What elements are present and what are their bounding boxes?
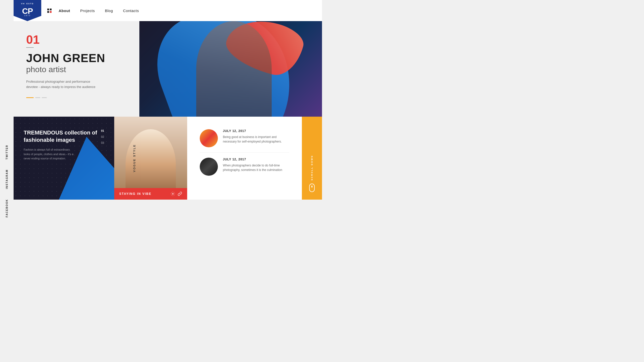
- nav-projects[interactable]: Projects: [80, 9, 95, 13]
- hero-dot-2[interactable]: [35, 97, 40, 98]
- hero-dot-1[interactable]: [26, 97, 34, 98]
- sidebar-item-twitter[interactable]: TWITTER: [6, 140, 8, 164]
- grid-dot-3: [47, 11, 49, 13]
- hero-image: [139, 21, 322, 117]
- sidebar-item-instagram[interactable]: INSTAGRAM: [6, 164, 8, 194]
- middle-card-image: VOGUE STYLE: [114, 117, 187, 200]
- caption-icons: [171, 192, 182, 196]
- hero-title: photo artist: [26, 65, 127, 74]
- hero-number: 01: [26, 34, 127, 46]
- middle-card: VOGUE STYLE STAYING IN VIBE BLOG ▾: [114, 117, 187, 200]
- blog-post-2: JULY 12, 2017 When photographers decide …: [200, 153, 289, 181]
- logo-vh: VH: [21, 3, 25, 5]
- grid-dot-2: [50, 9, 52, 10]
- blog-avatar-2: [200, 158, 218, 176]
- caption-text: STAYING IN VIBE: [119, 192, 151, 196]
- hero-figure: [196, 21, 272, 117]
- nav-blog[interactable]: Blog: [105, 9, 113, 13]
- left-card-title: TREMENDOUS collection of fashionable ima…: [24, 129, 104, 144]
- blog-post-2-info: JULY 12, 2017 When photographers decide …: [223, 158, 289, 172]
- grid-dot-4: [50, 11, 52, 13]
- nav-about[interactable]: About: [59, 9, 70, 13]
- svg-point-0: [172, 193, 174, 195]
- logo-year: 1872: [24, 14, 31, 17]
- left-card-content: TREMENDOUS collection of fashionable ima…: [24, 129, 104, 161]
- blog-excerpt-1: Being good at business is important and …: [223, 135, 289, 144]
- nav-contacts[interactable]: Contacts: [123, 9, 139, 13]
- scroll-panel: SCROLL DOWN: [302, 117, 322, 200]
- sidebar-social: TWITTER INSTAGRAM FACEBOOK: [0, 0, 14, 215]
- logo-estd: VH ESTD: [21, 3, 34, 5]
- bottom-caption: STAYING IN VIBE: [114, 188, 187, 200]
- bottom-section: TREMENDOUS collection of fashionable ima…: [14, 117, 322, 200]
- scroll-mouse-dot: [311, 186, 312, 188]
- hero-dots: [26, 97, 127, 98]
- main-nav: About Projects Blog Contacts: [59, 9, 139, 13]
- hero-description: Professional photographer and performanc…: [26, 79, 97, 90]
- header: VH ESTD CP 1872 About Projects Blog Cont…: [14, 0, 322, 21]
- scroll-label: SCROLL DOWN: [311, 155, 313, 180]
- main-wrapper: VH ESTD CP 1872 About Projects Blog Cont…: [14, 0, 322, 215]
- hero-content: 01 JOHN GREEN photo artist Professional …: [14, 21, 139, 117]
- blog-avatar-1: [200, 129, 218, 147]
- left-card: TREMENDOUS collection of fashionable ima…: [14, 117, 114, 200]
- vogue-style-label: VOGUE STYLE: [133, 144, 136, 172]
- right-blog: JULY 12, 2017 Being good at business is …: [187, 117, 302, 200]
- blog-excerpt-2: When photographers decide to do full-tim…: [223, 163, 289, 172]
- hero-section: 01 JOHN GREEN photo artist Professional …: [14, 21, 322, 117]
- caption-link-icon[interactable]: [178, 192, 182, 196]
- blog-date-1: JULY 12, 2017: [223, 129, 289, 133]
- grid-menu-icon[interactable]: [47, 9, 52, 13]
- sidebar-item-facebook[interactable]: FACEBOOK: [6, 194, 8, 215]
- blog-post-1: JULY 12, 2017 Being good at business is …: [200, 124, 289, 153]
- scroll-mouse-icon[interactable]: [309, 184, 315, 192]
- left-card-desc: Fashion is always full of extraordinary …: [24, 148, 74, 161]
- grid-dot-1: [47, 9, 49, 10]
- hero-divider: [26, 47, 34, 48]
- hero-dot-3[interactable]: [42, 97, 47, 98]
- blog-date-2: JULY 12, 2017: [223, 158, 289, 161]
- logo-block[interactable]: VH ESTD CP 1872: [14, 0, 41, 21]
- caption-settings-icon[interactable]: [171, 192, 175, 196]
- blog-post-1-info: JULY 12, 2017 Being good at business is …: [223, 129, 289, 144]
- footer-area: [14, 200, 322, 215]
- hero-name: JOHN GREEN: [26, 52, 127, 65]
